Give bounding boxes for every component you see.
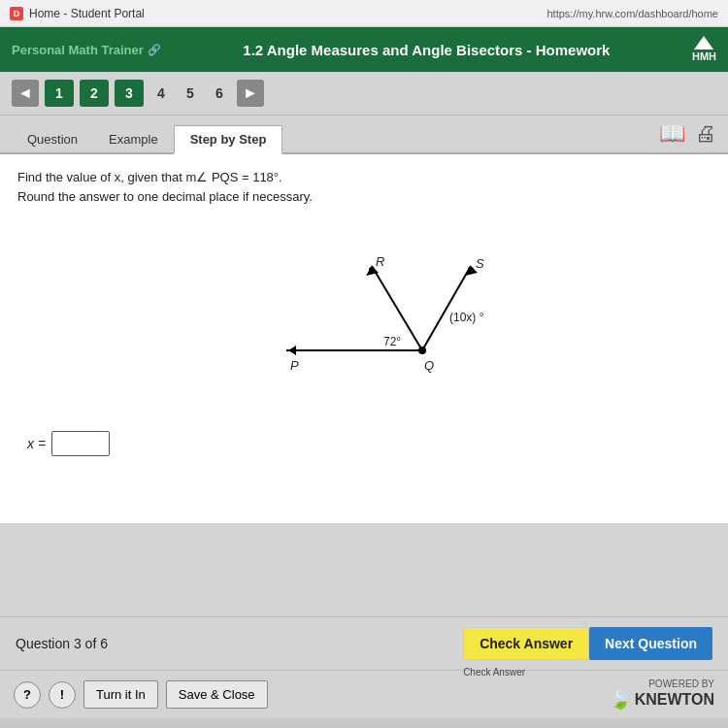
svg-marker-1 (288, 346, 296, 355)
pagination-bar: ◄ 1 2 3 4 5 6 ► (0, 72, 728, 116)
angle-72-label: 72° (383, 335, 401, 348)
page-6-label[interactable]: 6 (208, 80, 231, 107)
app-title-text: Personal Math Trainer (12, 43, 144, 57)
page-2-button[interactable]: 2 (80, 80, 109, 107)
answer-label: x = (27, 436, 46, 451)
question-counter: Question 3 of 6 (16, 636, 108, 651)
logo-triangle (694, 36, 713, 50)
answer-input[interactable] (51, 431, 110, 456)
tab-icons: 📖 🖨 (659, 121, 716, 152)
knewton-name: 🍃 KNEWTON (610, 689, 714, 711)
app-title-icon: 🔗 (148, 44, 161, 56)
hmh-logo: HMH (692, 36, 716, 62)
app-header: Personal Math Trainer 🔗 1.2 Angle Measur… (0, 27, 728, 72)
app-title: Personal Math Trainer 🔗 (12, 43, 161, 57)
question-text: Find the value of x, given that m∠ PQS =… (17, 168, 711, 206)
page-5-label[interactable]: 5 (179, 80, 202, 107)
browser-url: https://my.hrw.com/dashboard/home (547, 8, 719, 19)
tab-title: Home - Student Portal (29, 7, 145, 20)
turn-in-button[interactable]: Turn it In (83, 680, 158, 709)
tab-question[interactable]: Question (12, 126, 93, 152)
page-1-button[interactable]: 1 (45, 80, 74, 107)
tab-favicon: D (10, 7, 23, 20)
geometry-diagram: P Q R (209, 219, 519, 414)
svg-point-8 (468, 267, 474, 273)
browser-bar: D Home - Student Portal https://my.hrw.c… (0, 0, 728, 27)
tab-example[interactable]: Example (93, 126, 174, 152)
print-icon-button[interactable]: 🖨 (695, 121, 716, 147)
page-4-label[interactable]: 4 (149, 80, 173, 107)
powered-by-label: POWERED BY (648, 678, 714, 689)
p-label: P (290, 358, 299, 373)
svg-point-5 (369, 267, 375, 273)
book-icon-button[interactable]: 📖 (659, 121, 685, 147)
tab-step-by-step[interactable]: Step by Step (174, 125, 283, 154)
main-content: ◄ 1 2 3 4 5 6 ► Question Example Step by… (0, 72, 728, 616)
page-3-button[interactable]: 3 (115, 80, 144, 107)
next-page-button[interactable]: ► (237, 80, 264, 107)
question-line2: Round the answer to one decimal place if… (17, 187, 711, 207)
svg-line-6 (422, 266, 471, 350)
knewton-text: KNEWTON (635, 691, 714, 709)
logo-text: HMH (692, 50, 716, 62)
answer-row: x = (27, 431, 711, 456)
diagram-container: P Q R (17, 219, 711, 414)
footer-bar: ? ! Turn it In Save & Close POWERED BY 🍃… (0, 670, 728, 718)
prev-page-button[interactable]: ◄ (12, 80, 39, 107)
r-label: R (376, 254, 384, 269)
s-label: S (476, 256, 484, 271)
question-line1: Find the value of x, given that m∠ PQS =… (17, 168, 711, 187)
angle-10x-label: (10x) ° (449, 311, 484, 324)
action-buttons: Check Answer Next Question Check Answer (463, 627, 712, 660)
exclaim-button[interactable]: ! (49, 681, 76, 709)
question-area: Find the value of x, given that m∠ PQS =… (0, 154, 728, 523)
knewton-leaf-icon: 🍃 (610, 689, 631, 711)
tab-bar: Question Example Step by Step 📖 🖨 (0, 116, 728, 154)
save-close-button[interactable]: Save & Close (166, 680, 268, 709)
q-label: Q (424, 358, 434, 373)
hw-title: 1.2 Angle Measures and Angle Bisectors -… (161, 42, 692, 58)
check-answer-small-label: Check Answer (463, 667, 525, 678)
browser-tab: D Home - Student Portal (10, 7, 145, 20)
next-question-button[interactable]: Next Question (589, 627, 712, 660)
knewton-logo: POWERED BY 🍃 KNEWTON (610, 678, 714, 711)
status-bar: Question 3 of 6 Check Answer Next Questi… (0, 616, 728, 670)
help-button[interactable]: ? (14, 681, 41, 709)
check-answer-button[interactable]: Check Answer (463, 627, 589, 660)
